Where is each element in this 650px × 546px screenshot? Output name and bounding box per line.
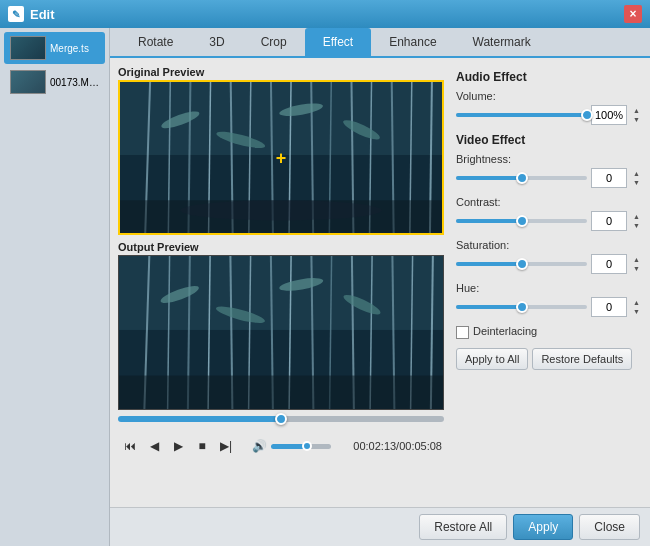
- apply-to-all-button[interactable]: Apply to All: [456, 348, 528, 370]
- tabs-bar: Rotate 3D Crop Effect Enhance Watermark: [110, 28, 650, 58]
- hue-thumb[interactable]: [516, 301, 528, 313]
- contrast-label: Contrast:: [456, 196, 642, 208]
- transport-bar: ⏮ ◀ ▶ ■ ▶| 🔊 00:02:13/00:05:08: [118, 432, 444, 460]
- saturation-thumb[interactable]: [516, 258, 528, 270]
- seek-bar-container: [118, 416, 444, 422]
- tab-effect[interactable]: Effect: [305, 28, 371, 56]
- svg-point-22: [180, 200, 381, 220]
- audio-effect-title: Audio Effect: [456, 70, 642, 84]
- saturation-slider-row: 0 ▲ ▼: [456, 254, 642, 274]
- volume-down[interactable]: ▼: [631, 115, 642, 124]
- deinterlace-checkbox[interactable]: [456, 326, 469, 339]
- hue-down[interactable]: ▼: [631, 307, 642, 316]
- stop-button[interactable]: ■: [192, 436, 212, 456]
- app-icon: ✎: [8, 6, 24, 22]
- hue-up[interactable]: ▲: [631, 298, 642, 307]
- hue-value: 0: [591, 297, 627, 317]
- deinterlace-row: Deinterlacing: [456, 325, 642, 340]
- close-window-button[interactable]: ×: [624, 5, 642, 23]
- time-display: 00:02:13/00:05:08: [353, 440, 442, 452]
- main-content: Merge.ts 00173.MTS Rotate 3D Crop Effect…: [0, 28, 650, 546]
- content-area: Original Preview: [110, 58, 650, 507]
- brightness-thumb[interactable]: [516, 172, 528, 184]
- sidebar-item-mts[interactable]: 00173.MTS: [4, 66, 105, 98]
- effects-panel: Audio Effect Volume: 100% ▲ ▼: [452, 66, 642, 499]
- contrast-spinner[interactable]: ▲ ▼: [631, 212, 642, 230]
- tab-3d[interactable]: 3D: [191, 28, 242, 56]
- saturation-up[interactable]: ▲: [631, 255, 642, 264]
- tab-enhance[interactable]: Enhance: [371, 28, 454, 56]
- volume-icon: 🔊: [252, 439, 267, 453]
- brightness-spinner[interactable]: ▲ ▼: [631, 169, 642, 187]
- original-video-bg: +: [120, 82, 442, 233]
- effects-buttons: Apply to All Restore Defaults: [456, 348, 642, 370]
- original-preview-video: +: [118, 80, 444, 235]
- skip-start-button[interactable]: ⏮: [120, 436, 140, 456]
- sidebar-filename-mts: 00173.MTS: [50, 77, 99, 88]
- contrast-slider-row: 0 ▲ ▼: [456, 211, 642, 231]
- title-bar: ✎ Edit ×: [0, 0, 650, 28]
- contrast-thumb[interactable]: [516, 215, 528, 227]
- volume-handle[interactable]: [302, 441, 312, 451]
- restore-defaults-button[interactable]: Restore Defaults: [532, 348, 632, 370]
- original-preview-section: Original Preview: [118, 66, 444, 235]
- bottom-bar: Restore All Apply Close: [110, 507, 650, 546]
- close-button[interactable]: Close: [579, 514, 640, 540]
- right-panel: Rotate 3D Crop Effect Enhance Watermark …: [110, 28, 650, 546]
- sidebar-thumb-mts: [10, 70, 46, 94]
- hue-label: Hue:: [456, 282, 642, 294]
- next-frame-button[interactable]: ▶|: [216, 436, 236, 456]
- saturation-value: 0: [591, 254, 627, 274]
- contrast-down[interactable]: ▼: [631, 221, 642, 230]
- deinterlace-label: Deinterlacing: [473, 325, 537, 337]
- sidebar-filename-merge: Merge.ts: [50, 43, 89, 54]
- brightness-value: 0: [591, 168, 627, 188]
- sidebar: Merge.ts 00173.MTS: [0, 28, 110, 546]
- tab-rotate[interactable]: Rotate: [120, 28, 191, 56]
- brightness-track[interactable]: [456, 176, 587, 180]
- contrast-row: Contrast: 0 ▲ ▼: [456, 196, 642, 231]
- volume-row: Volume: 100% ▲ ▼: [456, 90, 642, 125]
- saturation-track[interactable]: [456, 262, 587, 266]
- brightness-down[interactable]: ▼: [631, 178, 642, 187]
- volume-up[interactable]: ▲: [631, 106, 642, 115]
- volume-track[interactable]: [456, 113, 587, 117]
- crop-crosshair: +: [276, 147, 287, 168]
- video-effect-title: Video Effect: [456, 133, 642, 147]
- original-preview-label: Original Preview: [118, 66, 444, 78]
- restore-all-button[interactable]: Restore All: [419, 514, 507, 540]
- svg-rect-44: [119, 376, 443, 409]
- window-title: Edit: [30, 7, 55, 22]
- volume-label: Volume:: [456, 90, 642, 102]
- contrast-track[interactable]: [456, 219, 587, 223]
- output-video-bg: [119, 256, 443, 409]
- seek-bar[interactable]: [118, 416, 444, 422]
- hue-spinner[interactable]: ▲ ▼: [631, 298, 642, 316]
- seek-handle[interactable]: [275, 413, 287, 425]
- volume-spinner[interactable]: ▲ ▼: [631, 106, 642, 124]
- contrast-up[interactable]: ▲: [631, 212, 642, 221]
- brightness-slider-row: 0 ▲ ▼: [456, 168, 642, 188]
- tab-crop[interactable]: Crop: [243, 28, 305, 56]
- contrast-value: 0: [591, 211, 627, 231]
- brightness-label: Brightness:: [456, 153, 642, 165]
- hue-track[interactable]: [456, 305, 587, 309]
- apply-button[interactable]: Apply: [513, 514, 573, 540]
- volume-value: 100%: [591, 105, 627, 125]
- saturation-spinner[interactable]: ▲ ▼: [631, 255, 642, 273]
- sidebar-thumb-merge: [10, 36, 46, 60]
- saturation-row: Saturation: 0 ▲ ▼: [456, 239, 642, 274]
- hue-row: Hue: 0 ▲ ▼: [456, 282, 642, 317]
- volume-slider[interactable]: [271, 444, 331, 449]
- output-preview-section: Output Preview: [118, 241, 444, 410]
- hue-slider-row: 0 ▲ ▼: [456, 297, 642, 317]
- sidebar-item-merge[interactable]: Merge.ts: [4, 32, 105, 64]
- tab-watermark[interactable]: Watermark: [455, 28, 549, 56]
- brightness-row: Brightness: 0 ▲ ▼: [456, 153, 642, 188]
- brightness-up[interactable]: ▲: [631, 169, 642, 178]
- play-button[interactable]: ▶: [168, 436, 188, 456]
- saturation-down[interactable]: ▼: [631, 264, 642, 273]
- preview-area: Original Preview: [118, 66, 444, 499]
- prev-frame-button[interactable]: ◀: [144, 436, 164, 456]
- volume-thumb[interactable]: [581, 109, 593, 121]
